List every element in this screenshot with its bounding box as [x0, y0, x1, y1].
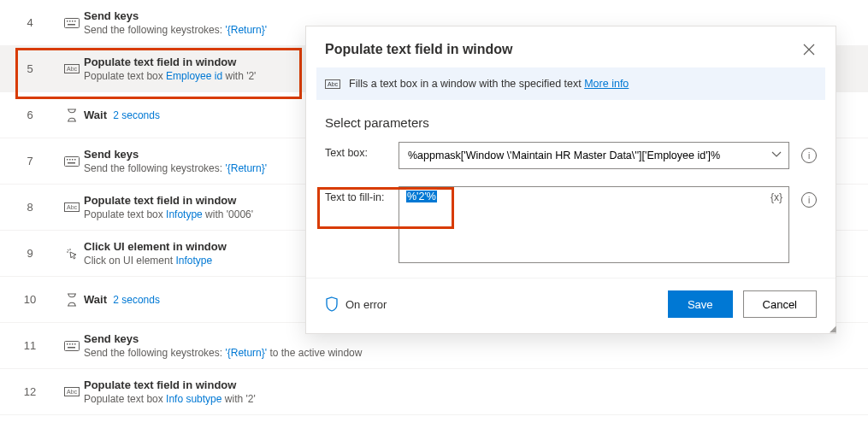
abc-icon: Abc: [60, 202, 84, 212]
svg-rect-13: [67, 343, 68, 345]
info-icon[interactable]: i: [801, 192, 817, 208]
keyboard-icon: [60, 18, 84, 28]
abc-icon: Abc: [325, 79, 340, 89]
step-number: 7: [0, 155, 60, 167]
shield-icon: [325, 296, 339, 312]
banner-text: Fills a text box in a window with the sp…: [349, 78, 584, 90]
text-to-fill-input[interactable]: [399, 186, 789, 263]
step-description: Send the following keystrokes: '{Return}…: [84, 24, 267, 36]
step-number: 10: [0, 293, 60, 306]
abc-icon: Abc: [60, 64, 84, 73]
click-icon: [60, 247, 84, 261]
resize-handle[interactable]: ◢: [830, 327, 833, 331]
step-title: Populate text field in window: [84, 56, 256, 68]
step-title: Wait: [84, 108, 107, 121]
svg-rect-1: [67, 21, 68, 22]
step-title: Populate text field in window: [84, 194, 253, 207]
svg-rect-14: [69, 343, 71, 345]
svg-rect-16: [74, 343, 76, 345]
save-button[interactable]: Save: [668, 290, 733, 318]
fill-value-selection: %'2'%: [406, 191, 437, 202]
step-number: 8: [0, 201, 60, 214]
step-number: 6: [0, 108, 60, 121]
textbox-select-input[interactable]: [399, 142, 789, 169]
step-description: Send the following keystrokes: '{Return}…: [84, 162, 267, 174]
flow-step[interactable]: 12AbcPopulate text field in windowPopula…: [0, 369, 868, 415]
close-icon: [803, 44, 815, 56]
svg-rect-7: [67, 159, 68, 161]
hourglass-icon: [60, 293, 84, 307]
svg-rect-8: [69, 159, 71, 161]
step-number: 5: [0, 62, 60, 75]
section-heading: Select parameters: [306, 100, 836, 133]
step-number: 4: [0, 16, 60, 29]
step-title: Send keys: [84, 9, 267, 22]
hourglass-icon: [60, 108, 84, 122]
fill-param-label: Text to fill-in:: [325, 186, 387, 203]
on-error-toggle[interactable]: On error: [325, 296, 387, 312]
step-title: Click UI element in window: [84, 240, 227, 253]
step-title: Populate text field in window: [84, 378, 256, 391]
step-title: Send keys: [84, 332, 362, 345]
abc-icon: Abc: [60, 387, 84, 396]
step-title: Send keys: [84, 148, 267, 161]
step-number: 9: [0, 247, 60, 260]
svg-rect-17: [68, 347, 75, 349]
info-icon[interactable]: i: [801, 148, 817, 163]
step-number: 12: [0, 385, 60, 398]
keyboard-icon: [60, 156, 84, 167]
svg-rect-5: [68, 24, 75, 26]
step-description: Populate text box Info subtype with '2': [84, 393, 256, 405]
info-banner: Abc Fills a text box in a window with th…: [316, 67, 825, 100]
step-description: Populate text box Infotype with '0006': [84, 208, 253, 220]
step-inline-value: 2 seconds: [113, 109, 160, 121]
svg-rect-11: [68, 162, 75, 164]
step-title: Wait: [84, 293, 107, 306]
step-inline-value: 2 seconds: [113, 294, 160, 306]
step-description: Populate text box Employee id with '2': [84, 70, 256, 82]
action-edit-panel: Populate text field in window Abc Fills …: [305, 26, 836, 334]
svg-rect-15: [72, 343, 74, 345]
svg-rect-12: [65, 341, 80, 350]
svg-rect-4: [74, 21, 76, 22]
svg-rect-3: [72, 21, 74, 22]
variable-picker-button[interactable]: {x}: [771, 191, 782, 203]
svg-rect-2: [69, 21, 71, 22]
svg-rect-0: [65, 18, 80, 27]
svg-rect-6: [65, 156, 80, 166]
panel-title: Populate text field in window: [325, 42, 513, 57]
keyboard-icon: [60, 341, 84, 351]
svg-rect-9: [72, 159, 74, 161]
step-number: 11: [0, 339, 60, 352]
chevron-down-icon[interactable]: [771, 149, 782, 161]
step-description: Send the following keystrokes: '{Return}…: [84, 347, 362, 359]
close-button[interactable]: [801, 42, 817, 57]
cancel-button[interactable]: Cancel: [743, 290, 817, 318]
svg-rect-10: [74, 159, 76, 161]
more-info-link[interactable]: More info: [584, 78, 629, 90]
step-description: Click on UI element Infotype: [84, 255, 227, 267]
textbox-param-label: Text box:: [325, 142, 387, 159]
